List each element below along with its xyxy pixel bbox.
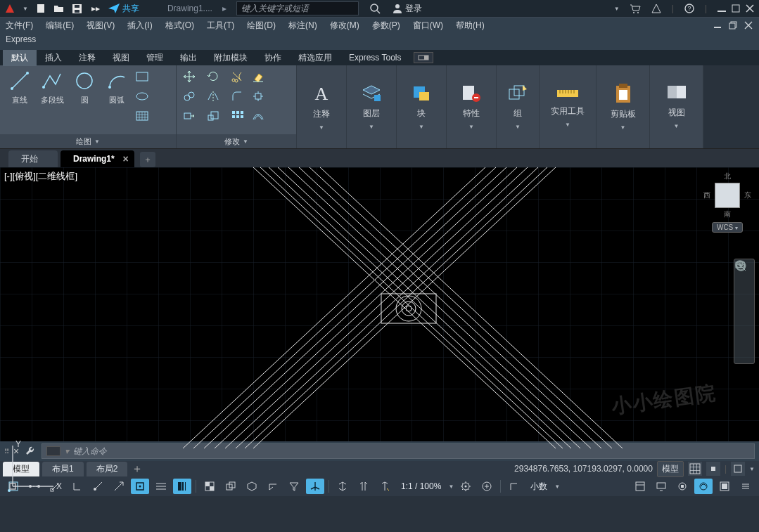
sb-ortho[interactable] xyxy=(68,479,86,494)
tool-rotate[interactable] xyxy=(206,70,220,84)
autodesk-app-icon[interactable] xyxy=(651,3,662,14)
tool-polyline[interactable]: 多段线 xyxy=(38,70,66,105)
tool-move[interactable] xyxy=(182,70,196,84)
panel-clipboard[interactable]: 剪贴板▼ xyxy=(597,65,650,148)
login-button[interactable]: 登录 xyxy=(393,3,422,15)
search-box[interactable]: 键入关键字或短语 xyxy=(236,1,359,15)
tool-hatch[interactable] xyxy=(135,109,149,123)
sb-plus-icon[interactable] xyxy=(478,479,496,494)
menu-insert[interactable]: 插入(I) xyxy=(127,20,152,32)
doc-tab-drawing1[interactable]: Drawing1*× xyxy=(60,150,134,167)
tool-scale[interactable] xyxy=(206,109,220,123)
tool-line[interactable]: 直线 xyxy=(6,70,34,105)
menu-window[interactable]: 窗口(W) xyxy=(413,20,443,32)
sb-wcs-icon[interactable] xyxy=(505,479,523,494)
tool-erase[interactable] xyxy=(251,70,265,84)
wcs-dropdown[interactable]: WCS ▾ xyxy=(712,222,743,233)
sb-zoom-caret[interactable]: ▼ xyxy=(448,484,454,490)
tool-stretch[interactable] xyxy=(182,109,196,123)
app-logo-icon[interactable] xyxy=(4,3,15,14)
status-space-button[interactable]: 模型 xyxy=(657,461,684,477)
menu-edit[interactable]: 编辑(E) xyxy=(46,20,74,32)
help-icon[interactable]: ? xyxy=(684,3,695,14)
close-tab-icon[interactable]: × xyxy=(123,153,129,164)
drawing-canvas[interactable]: [-][俯视][二维线框] Y X 北 西 东 南 WCS ▾ 小小绘图院 xyxy=(0,167,759,441)
sb-gear-icon[interactable] xyxy=(457,479,475,494)
tool-mirror[interactable] xyxy=(206,89,220,103)
open-icon[interactable] xyxy=(53,3,65,14)
sb-units-caret[interactable]: ▼ xyxy=(554,484,560,490)
nav-orbit-icon[interactable] xyxy=(737,325,751,339)
status-grid-icon[interactable] xyxy=(688,462,702,476)
search-icon[interactable] xyxy=(370,3,381,14)
sb-monitor-icon[interactable] xyxy=(652,479,670,494)
sb-gizmo[interactable] xyxy=(306,479,324,494)
tool-rectangle[interactable] xyxy=(135,70,149,84)
mdi-minimize-button[interactable] xyxy=(713,20,722,30)
mdi-close-button[interactable] xyxy=(744,20,753,30)
menu-dim[interactable]: 标注(N) xyxy=(288,20,317,32)
mdi-restore-button[interactable] xyxy=(728,20,738,30)
menu-format[interactable]: 格式(O) xyxy=(165,20,194,32)
menu-help[interactable]: 帮助(H) xyxy=(456,20,485,32)
sb-filter[interactable] xyxy=(285,479,303,494)
tool-trim[interactable] xyxy=(230,70,244,84)
sb-3dosnap[interactable] xyxy=(243,479,261,494)
view-cube[interactable]: 北 西 东 南 WCS ▾ xyxy=(703,171,752,235)
sb-annoscale-icon[interactable] xyxy=(333,479,352,494)
cube-face[interactable] xyxy=(715,183,740,208)
sb-customize-icon[interactable] xyxy=(736,479,755,494)
status-extra2-icon[interactable] xyxy=(731,462,745,476)
tool-ellipse[interactable] xyxy=(135,89,149,103)
sb-osnap[interactable] xyxy=(131,479,149,494)
title-caret-icon[interactable]: ▸ xyxy=(222,4,227,13)
sb-isolate-icon[interactable] xyxy=(673,479,691,494)
layout-add-button[interactable]: ＋ xyxy=(132,462,143,476)
sb-zoom-value[interactable]: 1:1 / 100% xyxy=(397,481,445,491)
tool-offset[interactable] xyxy=(251,109,265,123)
new-icon[interactable] xyxy=(35,3,46,14)
ribbon-tab-manage[interactable]: 管理 xyxy=(138,50,172,66)
maximize-button[interactable] xyxy=(731,4,741,13)
sb-selcycle[interactable] xyxy=(222,479,240,494)
tool-explode[interactable] xyxy=(251,89,265,103)
sb-isodraft[interactable] xyxy=(110,479,128,494)
menu-file[interactable]: 文件(F) xyxy=(6,20,33,32)
panel-view[interactable]: 视图▼ xyxy=(650,65,703,148)
tool-copy[interactable] xyxy=(182,89,196,103)
nav-pan-icon[interactable] xyxy=(737,283,751,297)
qat-more-icon[interactable]: ▸▸ xyxy=(90,3,101,14)
menu-express[interactable]: Express xyxy=(0,33,759,50)
share-button[interactable]: 共享 xyxy=(108,3,139,15)
sb-cleanscreen-icon[interactable] xyxy=(715,479,734,494)
tool-circle[interactable]: 圆 xyxy=(70,70,98,105)
menu-modify[interactable]: 修改(M) xyxy=(330,20,359,32)
login-caret-icon[interactable]: ▼ xyxy=(614,6,620,12)
menu-param[interactable]: 参数(P) xyxy=(372,20,400,32)
panel-modify-title[interactable]: 修改▼ xyxy=(177,134,296,148)
tool-array[interactable] xyxy=(230,109,244,123)
tool-arc[interactable]: 圆弧 xyxy=(103,70,131,105)
sb-polar[interactable] xyxy=(89,479,107,494)
save-icon[interactable] xyxy=(72,3,83,14)
panel-group[interactable]: 组▼ xyxy=(497,65,540,148)
close-button[interactable] xyxy=(745,4,755,13)
panel-properties[interactable]: 特性▼ xyxy=(447,65,497,148)
sb-transparency[interactable] xyxy=(200,479,219,494)
viewport-label[interactable]: [-][俯视][二维线框] xyxy=(4,170,77,183)
panel-annotate[interactable]: A注释▼ xyxy=(297,65,347,148)
sb-units-label[interactable]: 小数 xyxy=(526,481,551,493)
ribbon-tab-collab[interactable]: 协作 xyxy=(256,50,290,66)
sb-otrack[interactable] xyxy=(152,479,170,494)
ribbon-tab-annotate[interactable]: 注释 xyxy=(70,50,104,66)
ribbon-tab-insert[interactable]: 插入 xyxy=(37,50,70,66)
minimize-button[interactable] xyxy=(717,4,727,13)
command-input[interactable]: ▾ 键入命令 xyxy=(42,443,755,459)
new-tab-button[interactable]: ＋ xyxy=(140,152,155,167)
menu-tools[interactable]: 工具(T) xyxy=(207,20,234,32)
ribbon-tab-express[interactable]: Express Tools xyxy=(340,51,409,65)
ribbon-tab-featured[interactable]: 精选应用 xyxy=(290,50,340,66)
ribbon-focus-toggle[interactable] xyxy=(414,52,433,63)
status-extra1-icon[interactable] xyxy=(706,462,720,476)
ribbon-tab-default[interactable]: 默认 xyxy=(3,50,37,66)
